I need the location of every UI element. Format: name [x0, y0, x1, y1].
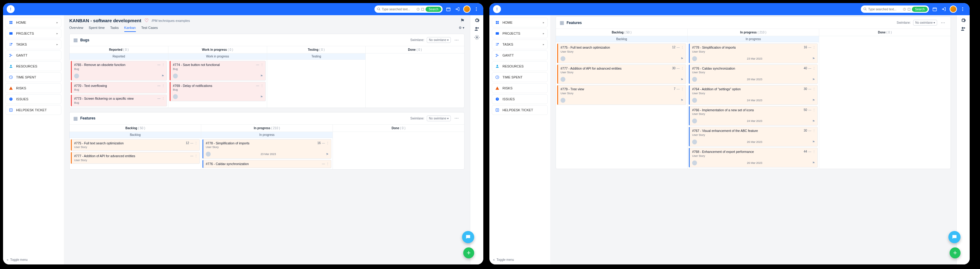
kanban-card[interactable]: — ⋮ 16 #778 - Simplification of imports … — [202, 139, 331, 159]
kanban-card[interactable]: — ⋮ #769 - Delay of notifications Bug ⚑ — [170, 82, 266, 102]
card-collapse-icon[interactable]: — — [322, 162, 325, 166]
card-collapse-icon[interactable]: — — [808, 46, 811, 49]
kanban-scroll[interactable]: ▦ Features Swimlane: No swimlane ▾ ⋯ Bac… — [550, 15, 956, 264]
expand-search-icon[interactable] — [907, 8, 911, 11]
card-collapse-icon[interactable]: — — [808, 150, 811, 153]
gear-icon[interactable] — [961, 18, 966, 23]
features-options[interactable]: ⋯ — [453, 116, 460, 121]
card-menu-icon[interactable]: ⋮ — [681, 87, 684, 91]
sidebar-item-home[interactable]: HOME▸ — [5, 18, 61, 27]
flag-mini-icon[interactable]: ⚑ — [161, 74, 164, 78]
overflow-menu-icon[interactable] — [959, 6, 966, 13]
swimlane-select[interactable]: No swimlane ▾ — [427, 37, 451, 43]
sidebar-item-timespent[interactable]: TIME SPENT — [492, 72, 548, 82]
search-input[interactable] — [382, 8, 415, 11]
card-menu-icon[interactable]: ⋮ — [194, 141, 197, 145]
flag-mini-icon[interactable]: ⚑ — [681, 78, 683, 81]
card-menu-icon[interactable]: ⋮ — [813, 108, 816, 111]
assignee-avatar[interactable] — [560, 56, 565, 61]
assignee-avatar[interactable] — [173, 94, 178, 99]
user-avatar[interactable] — [950, 5, 957, 13]
add-fab[interactable]: + — [463, 247, 474, 258]
card-menu-icon[interactable]: ⋮ — [681, 67, 684, 70]
kanban-card[interactable]: — ⋮ 16 #778 - Simplification of imports … — [689, 43, 818, 63]
kanban-card[interactable]: — ⋮ 44 #768 - Enhancement of export perf… — [689, 148, 818, 167]
sidebar-item-home[interactable]: HOME▸ — [492, 18, 548, 27]
flag-mini-icon[interactable]: ⚑ — [812, 161, 815, 164]
card-menu-icon[interactable]: ⋮ — [813, 129, 816, 132]
card-menu-icon[interactable]: ⋮ — [261, 84, 264, 87]
card-collapse-icon[interactable]: — — [158, 63, 161, 66]
features-options[interactable]: ⋯ — [940, 21, 947, 25]
assignee-avatar[interactable] — [206, 152, 211, 156]
assignee-avatar[interactable] — [74, 73, 79, 78]
kanban-card[interactable]: — ⋮ 30 #777 - Addition of API for advanc… — [557, 64, 686, 84]
sidebar-item-gantt[interactable]: GANTT — [5, 51, 61, 60]
kanban-card[interactable]: — ⋮ #770 - Text overflowing Bug — [71, 82, 167, 94]
kanban-card[interactable]: — ⋮ 12 #775 - Full text search optimizat… — [71, 139, 200, 151]
card-menu-icon[interactable]: ⋮ — [261, 63, 264, 66]
tab-test-cases[interactable]: Test Cases — [142, 26, 158, 32]
sidebar-item-resources[interactable]: RESOURCES — [492, 61, 548, 71]
card-collapse-icon[interactable]: — — [256, 63, 259, 66]
heart-icon[interactable]: ♡ — [145, 18, 149, 24]
kanban-card[interactable]: — ⋮ 30 #764 - Addition of "settings" opt… — [689, 85, 818, 105]
card-menu-icon[interactable]: ⋮ — [326, 162, 329, 166]
assignee-avatar[interactable] — [692, 161, 697, 166]
exit-icon[interactable] — [940, 6, 947, 13]
sidebar-item-projects[interactable]: PROJECTS▸ — [5, 29, 61, 38]
assignee-avatar[interactable] — [560, 77, 565, 82]
sidebar-item-issues[interactable]: ISSUES — [492, 94, 548, 104]
flag-mini-icon[interactable]: ⚑ — [260, 95, 263, 99]
app-logo[interactable] — [7, 5, 14, 13]
gear-dropdown-icon[interactable]: ⚙ ▾ — [459, 26, 465, 32]
kanban-card[interactable]: — ⋮ #774 - Save button not functional Bu… — [170, 61, 266, 81]
card-collapse-icon[interactable]: — — [808, 67, 811, 70]
users-icon[interactable] — [474, 26, 480, 32]
settings-cog-icon[interactable] — [474, 35, 480, 40]
swimlane-select[interactable]: No swimlane ▾ — [913, 20, 937, 25]
overflow-menu-icon[interactable] — [473, 6, 480, 13]
clock-icon[interactable] — [417, 8, 420, 11]
card-menu-icon[interactable]: ⋮ — [813, 67, 816, 70]
search-button[interactable]: Search — [426, 7, 441, 12]
kanban-card[interactable]: — ⋮ 50 #766 - Implementation of a new se… — [689, 106, 818, 126]
flag-mini-icon[interactable]: ⚑ — [812, 57, 815, 60]
sidebar-item-helpdesk[interactable]: HELPDESK TICKET — [5, 105, 61, 115]
card-collapse-icon[interactable]: — — [808, 108, 811, 111]
global-search[interactable]: Search — [861, 5, 929, 13]
flag-mini-icon[interactable]: ⚑ — [681, 99, 683, 102]
sidebar-item-risks[interactable]: RISKS — [492, 83, 548, 93]
sidebar-item-issues[interactable]: ISSUES — [5, 94, 61, 104]
kanban-card[interactable]: — ⋮ 40 #776 - Caldav synchronization Use… — [689, 64, 818, 84]
kanban-scroll[interactable]: ▦ Bugs Swimlane: No swimlane ▾ ⋯ Reporte… — [64, 32, 470, 264]
kanban-card[interactable]: — ⋮ 12 #775 - Full text search optimizat… — [557, 43, 686, 63]
card-menu-icon[interactable]: ⋮ — [162, 97, 165, 100]
search-button[interactable]: Search — [912, 7, 928, 12]
assignee-avatar[interactable] — [692, 56, 697, 61]
flag-mini-icon[interactable]: ⚑ — [326, 153, 329, 156]
search-input[interactable] — [868, 8, 902, 11]
card-menu-icon[interactable]: ⋮ — [194, 154, 197, 158]
chat-bubble[interactable] — [948, 231, 961, 243]
toggle-menu-button[interactable]: « Toggle menu — [493, 258, 514, 261]
card-menu-icon[interactable]: ⋮ — [162, 63, 165, 66]
chat-bubble[interactable] — [462, 231, 474, 243]
flag-icon[interactable]: ⚑ — [460, 18, 465, 24]
flag-mini-icon[interactable]: ⚑ — [812, 78, 815, 81]
assignee-avatar[interactable] — [692, 140, 697, 144]
card-collapse-icon[interactable]: — — [677, 46, 680, 49]
sidebar-item-resources[interactable]: RESOURCES — [5, 61, 61, 71]
sidebar-item-tasks[interactable]: TASKS▸ — [5, 40, 61, 49]
flag-mini-icon[interactable]: ⚑ — [812, 99, 815, 102]
flag-mini-icon[interactable]: ⚑ — [812, 140, 815, 143]
exit-icon[interactable] — [454, 6, 461, 13]
app-logo[interactable] — [493, 5, 501, 13]
card-collapse-icon[interactable]: — — [808, 87, 811, 91]
card-collapse-icon[interactable]: — — [322, 141, 325, 145]
sidebar-item-helpdesk[interactable]: HELPDESK TICKET — [492, 105, 548, 115]
assignee-avatar[interactable] — [173, 73, 178, 78]
card-collapse-icon[interactable]: — — [158, 97, 161, 100]
flag-mini-icon[interactable]: ⚑ — [681, 57, 683, 60]
expand-search-icon[interactable] — [421, 8, 424, 11]
